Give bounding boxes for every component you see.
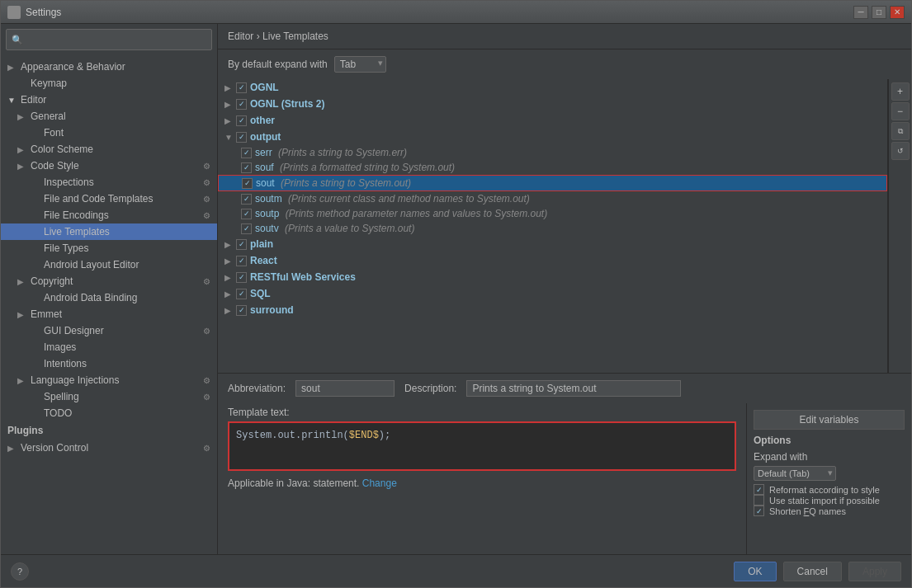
sidebar-item-inspections[interactable]: Inspections ⚙ [1,174,217,191]
group-header-restful[interactable]: ▶ RESTful Web Services [218,269,887,285]
template-checkbox-soutm[interactable] [241,194,252,205]
sidebar-item-version-control[interactable]: ▶ Version Control ⚙ [1,440,217,456]
sidebar-item-language-injections[interactable]: ▶ Language Injections ⚙ [1,372,217,388]
shorten-fq-checkbox[interactable] [754,506,764,516]
minimize-button[interactable]: ─ [853,6,868,19]
template-item-sout[interactable]: sout (Prints a string to System.out) [218,175,887,191]
group-header-other[interactable]: ▶ other [218,112,887,129]
group-sql: ▶ SQL [218,285,887,302]
sidebar-item-appearance[interactable]: ▶ Appearance & Behavior [1,59,217,75]
options-title: Options [754,435,905,446]
side-buttons: + − ⧉ ↺ [888,79,911,373]
group-checkbox-restful[interactable] [236,272,247,283]
template-checkbox-souf[interactable] [241,162,252,173]
ok-button[interactable]: OK [734,562,776,581]
sidebar-item-intentions[interactable]: Intentions [1,355,217,372]
sidebar-item-file-types[interactable]: File Types [1,240,217,256]
group-header-surround[interactable]: ▶ surround [218,302,887,318]
reformat-checkbox[interactable] [754,484,764,495]
group-checkbox-other[interactable] [236,115,247,126]
reset-button[interactable]: ↺ [891,142,910,160]
settings-icon: ⚙ [203,211,210,220]
group-ognl-struts2: ▶ OGNL (Struts 2) [218,96,887,112]
group-checkbox-plain[interactable] [236,239,247,250]
group-react: ▶ React [218,252,887,269]
copy-button[interactable]: ⧉ [891,122,910,140]
group-name: surround [250,304,294,316]
arrow-icon: ▶ [17,145,27,154]
group-checkbox-surround[interactable] [236,305,247,316]
reformat-checkbox-row[interactable]: Reformat according to style [754,484,905,495]
template-item-serr[interactable]: serr (Prints a string to System.err) [218,145,887,160]
maximize-button[interactable]: □ [872,6,886,19]
sidebar-item-color-scheme[interactable]: ▶ Color Scheme [1,141,217,158]
group-header-react[interactable]: ▶ React [218,252,887,269]
sidebar-item-file-encodings[interactable]: File Encodings ⚙ [1,207,217,223]
group-name: OGNL [250,82,279,93]
group-header-output[interactable]: ▼ output [218,129,887,145]
sidebar-item-label: Editor [21,94,210,106]
add-button[interactable]: + [891,82,910,101]
help-button[interactable]: ? [11,562,29,581]
group-checkbox-ognl-struts2[interactable] [236,99,247,110]
expand-with-select[interactable]: Tab Enter Space [334,56,386,73]
template-variable: $END$ [349,430,379,441]
template-item-soutm[interactable]: soutm (Prints current class and method n… [218,191,887,206]
sidebar-item-editor[interactable]: ▼ Editor [1,92,217,108]
cancel-button[interactable]: Cancel [783,562,842,581]
right-panel: Edit variables Options Expand with Def [746,403,911,554]
sidebar-item-code-style[interactable]: ▶ Code Style ⚙ [1,158,217,174]
options-expand-select[interactable]: Default (Tab) Tab Enter Space [754,466,836,481]
sidebar-item-file-code-templates[interactable]: File and Code Templates ⚙ [1,191,217,207]
plugins-section: Plugins [1,421,217,440]
group-checkbox-react[interactable] [236,256,247,266]
expand-with-label: Expand with [754,451,807,463]
applicable-change-link[interactable]: Change [362,477,397,489]
remove-button[interactable]: − [891,102,910,120]
sidebar-item-copyright[interactable]: ▶ Copyright ⚙ [1,273,217,289]
edit-variables-button[interactable]: Edit variables [754,410,905,430]
sidebar-item-label: GUI Designer [44,325,200,336]
search-box[interactable]: 🔍 [6,29,212,50]
abbreviation-input[interactable] [295,380,395,397]
template-checkbox-soutp[interactable] [241,209,252,219]
shorten-fq-checkbox-row[interactable]: Shorten FQ names [754,506,905,516]
group-surround: ▶ surround [218,302,887,318]
template-text-area[interactable]: System.out.println($END$); [228,421,736,471]
description-input[interactable] [466,380,681,397]
template-checkbox-serr[interactable] [241,148,252,158]
group-checkbox-sql[interactable] [236,289,247,299]
sidebar-item-gui-designer[interactable]: GUI Designer ⚙ [1,322,217,339]
template-item-souf[interactable]: souf (Prints a formatted string to Syste… [218,160,887,175]
group-checkbox-output[interactable] [236,132,247,143]
sidebar-item-spelling[interactable]: Spelling ⚙ [1,388,217,405]
group-header-sql[interactable]: ▶ SQL [218,285,887,302]
apply-button[interactable]: Apply [848,562,901,581]
group-other: ▶ other [218,112,887,129]
template-checkbox-sout[interactable] [242,178,253,189]
search-input[interactable] [26,34,206,45]
group-header-plain[interactable]: ▶ plain [218,236,887,252]
sidebar-item-android-layout[interactable]: Android Layout Editor [1,256,217,273]
template-item-soutv[interactable]: soutv (Prints a value to System.out) [218,221,887,236]
sidebar-item-images[interactable]: Images [1,339,217,355]
template-checkbox-soutv[interactable] [241,223,252,234]
group-header-ognl[interactable]: ▶ OGNL [218,79,887,96]
sidebar-item-todo[interactable]: TODO [1,405,217,421]
template-code: System.out.println($END$); [236,430,390,441]
sidebar-item-font[interactable]: Font [1,125,217,141]
close-button[interactable]: ✕ [890,6,905,19]
sidebar-item-android-data[interactable]: Android Data Binding [1,289,217,306]
sidebar-item-keymap[interactable]: Keymap [1,75,217,92]
sidebar-item-general[interactable]: ▶ General [1,108,217,125]
settings-icon: ⚙ [203,162,210,171]
sidebar-item-emmet[interactable]: ▶ Emmet [1,306,217,322]
static-import-checkbox-row[interactable]: Use static import if possible [754,495,905,506]
group-checkbox-ognl[interactable] [236,82,247,93]
template-item-soutp[interactable]: soutp (Prints method parameter names and… [218,206,887,221]
group-header-ognl-struts2[interactable]: ▶ OGNL (Struts 2) [218,96,887,112]
settings-icon: ⚙ [203,277,210,286]
static-import-checkbox[interactable] [754,495,764,506]
sidebar-item-label: Android Data Binding [44,292,210,303]
sidebar-item-live-templates[interactable]: Live Templates [1,223,217,240]
